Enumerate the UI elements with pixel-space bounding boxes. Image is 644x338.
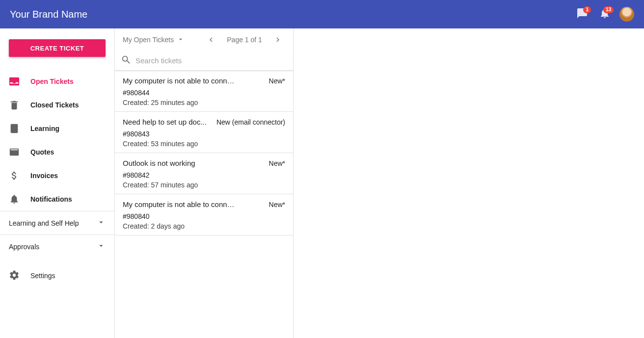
search-icon <box>121 54 135 67</box>
avatar[interactable] <box>619 7 634 22</box>
expander-label: Approvals <box>9 243 39 251</box>
filter-select[interactable]: My Open Tickets <box>123 35 185 45</box>
chat-button[interactable]: 1 <box>572 4 592 24</box>
ticket-number: #980844 <box>123 89 285 97</box>
sidebar-item-quotes[interactable]: Quotes <box>0 140 114 164</box>
sidebar-item-learning[interactable]: Learning <box>0 117 114 140</box>
next-page-button[interactable] <box>272 34 284 46</box>
chevron-down-icon <box>177 35 185 45</box>
ticket-created: Created: 2 days ago <box>123 222 285 230</box>
ticket-title: Outlook is not working <box>123 159 195 167</box>
chevron-down-icon <box>97 218 106 228</box>
pager: Page 1 of 1 <box>205 34 284 46</box>
sidebar-item-label: Open Tickets <box>30 78 74 85</box>
sidebar-item-notifications[interactable]: Notifications <box>0 187 114 211</box>
ticket-number: #980840 <box>123 212 285 220</box>
ticket-column: My Open Tickets Page 1 of 1 My comput <box>115 28 294 338</box>
expander-learning-self-help[interactable]: Learning and Self Help <box>0 211 114 234</box>
sidebar-item-closed-tickets[interactable]: Closed Tickets <box>0 93 114 117</box>
ticket-item[interactable]: My computer is not able to connect to t.… <box>115 71 293 112</box>
credit-card-icon <box>9 147 20 157</box>
gear-icon <box>9 270 20 282</box>
page-label: Page 1 of 1 <box>227 36 262 44</box>
sidebar-item-label: Notifications <box>30 195 72 203</box>
create-ticket-button[interactable]: CREATE TICKET <box>9 39 106 57</box>
sidebar-item-label: Invoices <box>30 172 58 180</box>
notifications-button[interactable]: 13 <box>595 4 615 24</box>
ticket-number: #980842 <box>123 171 285 179</box>
expander-label: Learning and Self Help <box>9 219 79 227</box>
book-icon <box>9 123 20 134</box>
inbox-icon <box>9 76 20 87</box>
trash-icon <box>9 100 20 110</box>
ticket-status: New* <box>269 201 285 208</box>
search-row <box>115 51 293 71</box>
ticket-number: #980843 <box>123 130 285 138</box>
brand-name: Your Brand Name <box>10 9 87 20</box>
ticket-item[interactable]: My computer is not able to connect to t.… <box>115 194 293 235</box>
content-area <box>294 28 644 338</box>
search-input[interactable] <box>135 56 287 65</box>
chevron-down-icon <box>97 241 106 252</box>
ticket-status: New* <box>269 77 285 85</box>
main: CREATE TICKET Open Tickets Closed Ticket… <box>0 28 644 338</box>
ticket-item[interactable]: Outlook is not working New* #980842 Crea… <box>115 153 293 194</box>
sidebar-item-settings[interactable]: Settings <box>0 264 114 287</box>
sidebar-item-label: Closed Tickets <box>30 101 79 109</box>
ticket-created: Created: 53 minutes ago <box>123 140 285 148</box>
chevron-right-icon <box>273 35 282 44</box>
sidebar-item-label: Settings <box>30 272 55 280</box>
ticket-toolbar: My Open Tickets Page 1 of 1 <box>115 28 293 51</box>
sidebar-item-invoices[interactable]: Invoices <box>0 164 114 187</box>
ticket-item[interactable]: Need help to set up doc... New (email co… <box>115 112 293 153</box>
ticket-created: Created: 25 minutes ago <box>123 99 285 106</box>
topbar: Your Brand Name 1 13 <box>0 0 644 28</box>
filter-label: My Open Tickets <box>123 36 174 44</box>
prev-page-button[interactable] <box>205 34 217 46</box>
ticket-status: New* <box>269 159 285 167</box>
sidebar-item-label: Learning <box>30 125 59 132</box>
ticket-title: My computer is not able to connect to t.… <box>123 77 236 85</box>
ticket-title: My computer is not able to connect to t.… <box>123 200 236 208</box>
ticket-status: New (email connector) <box>216 118 285 126</box>
ticket-title: Need help to set up doc... <box>123 118 207 126</box>
bell-icon <box>9 194 20 205</box>
chevron-left-icon <box>207 35 215 44</box>
sidebar: CREATE TICKET Open Tickets Closed Ticket… <box>0 28 115 338</box>
notifications-badge: 13 <box>603 6 614 13</box>
sidebar-item-label: Quotes <box>30 148 54 156</box>
sidebar-item-open-tickets[interactable]: Open Tickets <box>0 70 114 93</box>
chat-badge: 1 <box>583 6 591 13</box>
ticket-created: Created: 57 minutes ago <box>123 181 285 189</box>
expander-approvals[interactable]: Approvals <box>0 234 114 258</box>
dollar-icon <box>9 170 20 181</box>
